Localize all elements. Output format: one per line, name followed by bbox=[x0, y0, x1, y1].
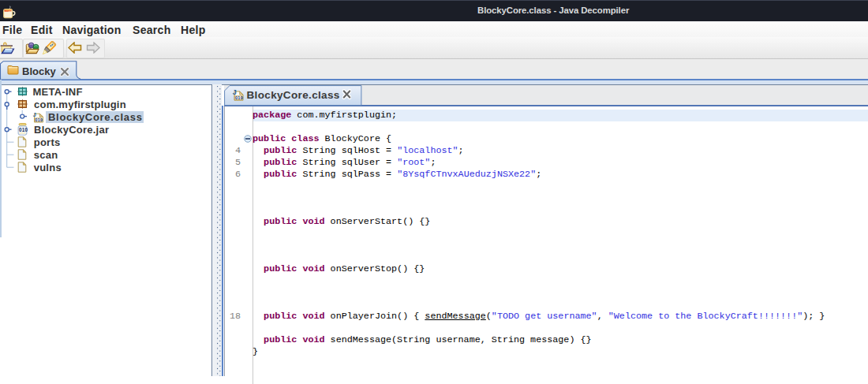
svg-text:010: 010 bbox=[235, 95, 243, 99]
svg-text:010: 010 bbox=[36, 117, 43, 122]
svg-text:010: 010 bbox=[19, 127, 28, 132]
